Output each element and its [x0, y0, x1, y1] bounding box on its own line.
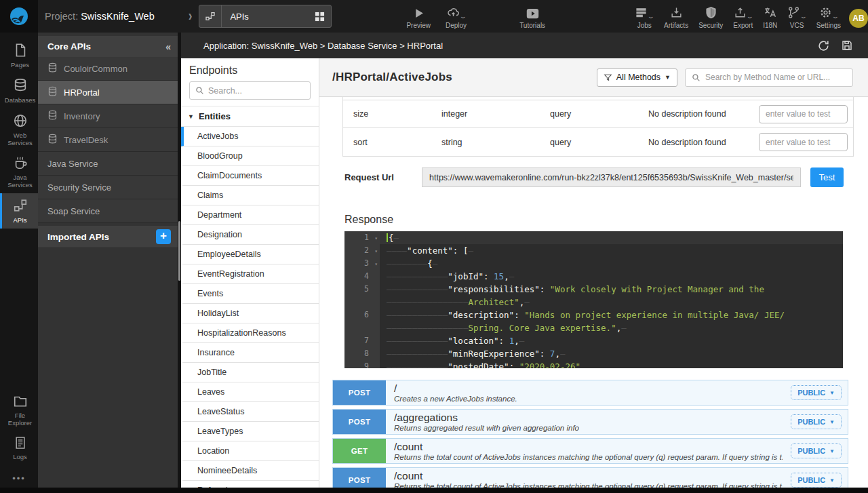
- topbar-artifacts-button[interactable]: Artifacts: [664, 4, 688, 29]
- database-icon: [13, 78, 28, 95]
- wavemaker-logo[interactable]: [0, 0, 38, 33]
- endpoints-search-input[interactable]: [208, 86, 304, 96]
- code-content: {–: [380, 231, 843, 244]
- i18n-icon: [764, 6, 776, 20]
- rail-item-logs[interactable]: Logs: [0, 431, 38, 465]
- shield-icon: [705, 6, 717, 20]
- rail-item-web-services[interactable]: Web Services: [0, 109, 38, 151]
- param-value-input[interactable]: [759, 105, 848, 123]
- sidebar-item-java-service[interactable]: Java Service: [38, 152, 178, 176]
- breadcrumb: Application: SwissKnife_Web > Database S…: [203, 41, 443, 51]
- method-card-post-[interactable]: POST/Creates a new ActiveJobs instance.P…: [332, 380, 848, 406]
- rail-item-pages[interactable]: Pages: [0, 38, 38, 73]
- method-description: Returns aggregated result with given agg…: [394, 424, 783, 432]
- method-card-post-aggregations[interactable]: POST/aggregationsReturns aggregated resu…: [332, 409, 848, 435]
- test-button[interactable]: Test: [810, 167, 844, 187]
- add-imported-api-button[interactable]: +: [156, 229, 171, 244]
- entity-item-leavestatus[interactable]: LeaveStatus: [181, 402, 319, 422]
- cloud-upload-icon: [447, 6, 460, 20]
- rail-item-apis[interactable]: APIs: [0, 193, 38, 229]
- fold-arrow-icon[interactable]: ▾: [374, 245, 378, 258]
- visibility-dropdown[interactable]: PUBLIC▼: [791, 473, 842, 488]
- entity-item-activejobs[interactable]: ActiveJobs: [181, 127, 319, 146]
- visibility-dropdown[interactable]: PUBLIC▼: [791, 443, 842, 458]
- method-card-post-count[interactable]: POST/countReturns the total count of Act…: [332, 467, 848, 488]
- method-card-get-count[interactable]: GET/countReturns the total count of Acti…: [332, 438, 848, 464]
- entity-item-department[interactable]: Department: [181, 205, 319, 225]
- method-search-input[interactable]: [705, 73, 846, 82]
- topbar-tutorials-button[interactable]: Tutorials: [519, 4, 545, 29]
- topbar-security-button[interactable]: Security: [698, 4, 723, 29]
- entity-item-hospitalizationreasons[interactable]: HospitalizationReasons: [181, 323, 319, 343]
- topbar-action-label: VCS: [790, 22, 804, 29]
- entity-item-claims[interactable]: Claims: [181, 186, 319, 205]
- topbar-deploy-button[interactable]: ⌄Deploy: [446, 4, 467, 29]
- sidebar-item-soap-service[interactable]: Soap Service: [38, 199, 178, 223]
- entity-item-leaves[interactable]: Leaves: [181, 382, 319, 402]
- apis-icon: [13, 198, 28, 215]
- entity-item-nomineedetails[interactable]: NomineeDetails: [181, 461, 319, 481]
- visibility-label: PUBLIC: [797, 418, 825, 426]
- topbar-vcs-button[interactable]: ⌄VCS: [787, 4, 806, 29]
- sidebar-item-couloircommon[interactable]: CouloirCommon: [38, 57, 178, 81]
- sidebar-item-label: Inventory: [64, 111, 100, 121]
- entity-item-designation[interactable]: Designation: [181, 225, 319, 245]
- panel-divider: [178, 33, 181, 488]
- entity-item-jobtitle[interactable]: JobTitle: [181, 363, 319, 382]
- request-url-input[interactable]: [422, 167, 801, 187]
- database-icon: [47, 134, 58, 146]
- entity-item-location[interactable]: Location: [181, 441, 319, 461]
- rail-item-java-services[interactable]: Java Services: [0, 151, 38, 193]
- rail-item-databases[interactable]: Databases: [0, 73, 38, 109]
- refresh-icon[interactable]: [817, 39, 830, 52]
- sidebar-item-security-service[interactable]: Security Service: [38, 176, 178, 199]
- visibility-dropdown[interactable]: PUBLIC▼: [791, 385, 842, 400]
- chevron-down-icon: ⌄: [746, 13, 754, 20]
- topbar-jobs-button[interactable]: ⌄Jobs: [635, 4, 654, 29]
- method-path: /: [394, 382, 783, 395]
- entity-item-insurance[interactable]: Insurance: [181, 343, 319, 363]
- jobs-icon: [635, 6, 648, 20]
- chevron-right-icon[interactable]: ›: [189, 7, 193, 26]
- line-number: 7: [344, 334, 380, 347]
- endpoints-scrollbar-thumb[interactable]: [178, 221, 180, 281]
- entity-item-bloodgroup[interactable]: BloodGroup: [181, 146, 319, 166]
- topbar-export-button[interactable]: ⌄Export: [733, 4, 753, 29]
- export-icon: [734, 6, 747, 20]
- line-number: 6: [344, 309, 380, 321]
- topbar-settings-button[interactable]: ⌄Settings: [816, 4, 841, 29]
- topbar-i18n-button[interactable]: I18N: [763, 4, 777, 29]
- entity-item-holidaylist[interactable]: HolidayList: [181, 304, 319, 323]
- rail-item-file-explorer[interactable]: File Explorer: [0, 389, 38, 431]
- topbar-preview-button[interactable]: Preview: [406, 4, 431, 29]
- fold-arrow-icon[interactable]: ▾: [374, 232, 378, 245]
- sidebar-item-inventory[interactable]: Inventory: [38, 104, 178, 128]
- entity-item-employeedetails[interactable]: EmployeeDetails: [181, 245, 319, 264]
- project-name: SwissKnife_Web: [81, 11, 155, 22]
- core-apis-header: Core APIs «: [38, 36, 178, 57]
- entity-item-leavetypes[interactable]: LeaveTypes: [181, 422, 319, 441]
- tab-apis[interactable]: APIs: [199, 5, 332, 28]
- fold-arrow-icon[interactable]: ▾: [374, 258, 378, 271]
- chevron-down-icon: ▼: [829, 477, 835, 484]
- response-code-editor[interactable]: 1▾{–2▾––––"content": [–3▾––––––––{–4––––…: [344, 231, 843, 368]
- visibility-dropdown[interactable]: PUBLIC▼: [791, 414, 842, 429]
- entity-item-claimdocuments[interactable]: ClaimDocuments: [181, 166, 319, 186]
- entity-item-events[interactable]: Events: [181, 284, 319, 304]
- sidebar-item-traveldesk[interactable]: TravelDesk: [38, 128, 178, 152]
- topbar-action-label: Jobs: [637, 22, 652, 29]
- collapse-sidebar-button[interactable]: «: [165, 41, 171, 52]
- save-icon[interactable]: [841, 39, 853, 52]
- sidebar-item-hrportal[interactable]: HRPortal: [38, 81, 178, 104]
- imported-apis-header: Imported APIs +: [38, 226, 178, 248]
- entity-item-referral[interactable]: Referral: [181, 481, 319, 488]
- grid-icon[interactable]: [308, 12, 331, 22]
- entity-item-eventregistration[interactable]: EventRegistration: [181, 264, 319, 284]
- rail-item-label: Web Services: [3, 132, 37, 147]
- avatar[interactable]: AB: [849, 9, 868, 28]
- param-value-input[interactable]: [759, 133, 848, 151]
- line-number: [344, 321, 380, 334]
- rail-item-label: Databases: [3, 97, 37, 104]
- method-filter-select[interactable]: All Methods ▼: [597, 68, 677, 87]
- entities-section-header[interactable]: ▼ Entities: [181, 106, 319, 127]
